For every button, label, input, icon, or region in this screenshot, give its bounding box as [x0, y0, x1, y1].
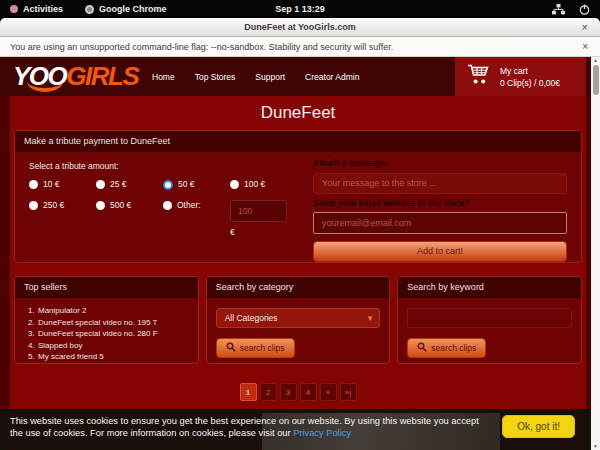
- site-header: YOOGIRLS Home Top Stores Support Creator…: [0, 57, 591, 96]
- search-keyword-panel: Search by keyword search clips: [397, 276, 582, 364]
- currency-label: €: [230, 227, 297, 237]
- window-close-button[interactable]: ×: [582, 21, 588, 33]
- scroll-up-icon[interactable]: ▲: [591, 57, 600, 64]
- amount-option-label: Other:: [177, 200, 201, 210]
- browser-viewport: YOOGIRLS Home Top Stores Support Creator…: [0, 57, 600, 450]
- amount-option-label: 100 €: [244, 179, 265, 189]
- top-seller-item[interactable]: Manipulator 2: [37, 305, 189, 317]
- page-button-3[interactable]: 3: [280, 383, 297, 401]
- warning-close-button[interactable]: ×: [582, 41, 588, 52]
- amount-option-25[interactable]: 25 €: [96, 179, 163, 190]
- radio-icon: [29, 201, 38, 210]
- cookie-accept-button[interactable]: Ok, got it!: [502, 415, 575, 438]
- search-keyword-title: Search by keyword: [398, 277, 581, 298]
- amount-option-label: 25 €: [110, 179, 127, 189]
- amount-option-100[interactable]: 100 €: [230, 179, 297, 190]
- nav-item-creator-admin[interactable]: Creator Admin: [305, 72, 359, 82]
- amount-option-label: 500 €: [110, 200, 131, 210]
- amount-option-250[interactable]: 250 €: [29, 200, 96, 237]
- radio-icon: [96, 201, 105, 210]
- search-clips-label: search clips: [431, 343, 476, 353]
- desktop: Activities Google Chrome Sep 1 13:29: [0, 0, 600, 450]
- cart-widget[interactable]: My cart 0 Clip(s) / 0,00€: [455, 57, 586, 96]
- amount-option-10[interactable]: 10 €: [29, 179, 96, 190]
- category-select-value: All Categories: [225, 313, 278, 323]
- pagination: 1 2 3 4 » »|: [10, 383, 586, 401]
- page-button-1[interactable]: 1: [240, 383, 257, 401]
- amount-option-label: 10 €: [43, 179, 60, 189]
- top-seller-item[interactable]: DuneFeet special video no. 280 F: [37, 328, 189, 340]
- other-amount-input[interactable]: [230, 200, 287, 222]
- network-icon[interactable]: [552, 4, 565, 15]
- keyword-input[interactable]: [407, 308, 572, 328]
- page-button-2[interactable]: 2: [260, 383, 277, 401]
- cart-title: My cart: [500, 65, 560, 77]
- radio-icon: [29, 180, 38, 189]
- search-icon: [417, 342, 427, 354]
- window-titlebar[interactable]: DuneFeet at YooGirls.com ×: [0, 18, 600, 37]
- clock[interactable]: Sep 1 13:29: [0, 4, 600, 14]
- warning-text: You are using an unsupported command-lin…: [10, 42, 393, 52]
- nav-item-top-stores[interactable]: Top Stores: [195, 72, 236, 82]
- chevron-down-icon: ▾: [368, 309, 373, 327]
- privacy-policy-link[interactable]: Privacy Policy: [293, 428, 351, 438]
- top-seller-item[interactable]: Slapped boy: [37, 340, 189, 352]
- logo-part-2: GIRLS: [66, 61, 138, 91]
- radio-icon: [230, 180, 239, 189]
- amount-option-500[interactable]: 500 €: [96, 200, 163, 237]
- main-nav: Home Top Stores Support Creator Admin: [152, 57, 359, 96]
- chrome-warning-bar: You are using an unsupported command-lin…: [0, 37, 600, 57]
- page-title: DuneFeet: [10, 96, 586, 127]
- email-label: Show your email address to the store?: [313, 198, 567, 208]
- message-label: Attach a message:: [313, 158, 567, 168]
- vertical-scrollbar[interactable]: ▲ ▼: [591, 57, 600, 450]
- top-seller-item[interactable]: DuneFeet special video no. 195 T: [37, 317, 189, 329]
- tribute-panel-title: Make a tribute payment to DuneFeet: [15, 131, 581, 152]
- cart-icon: [455, 63, 491, 90]
- search-category-title: Search by category: [207, 277, 390, 298]
- scrollbar-thumb[interactable]: [593, 65, 599, 95]
- top-sellers-list: Manipulator 2 DuneFeet special video no.…: [37, 305, 189, 363]
- search-clips-by-category-button[interactable]: search clips: [216, 338, 295, 358]
- email-input[interactable]: [313, 212, 567, 234]
- tribute-panel: Make a tribute payment to DuneFeet Selec…: [14, 130, 582, 263]
- nav-item-support[interactable]: Support: [255, 72, 285, 82]
- category-select[interactable]: All Categories ▾: [216, 308, 381, 328]
- add-to-cart-button[interactable]: Add to cart!: [313, 241, 567, 262]
- amount-label: Select a tribute amount:: [29, 161, 301, 171]
- power-icon[interactable]: [579, 4, 590, 15]
- cookie-text-line1: This website uses cookies to ensure you …: [10, 416, 449, 426]
- search-icon: [226, 342, 236, 354]
- amount-option-other[interactable]: Other:: [163, 200, 230, 237]
- search-category-panel: Search by category All Categories ▾: [206, 276, 391, 364]
- amount-option-label: 250 €: [43, 200, 64, 210]
- radio-icon: [163, 201, 172, 210]
- amount-option-label: 50 €: [178, 179, 195, 189]
- radio-checked-icon: [163, 180, 173, 190]
- page-button-4[interactable]: 4: [300, 383, 317, 401]
- page-button-next[interactable]: »: [320, 383, 337, 401]
- search-clips-label: search clips: [240, 343, 285, 353]
- page-content: DuneFeet Make a tribute payment to DuneF…: [10, 96, 586, 450]
- page-button-last[interactable]: »|: [340, 383, 357, 401]
- search-clips-by-keyword-button[interactable]: search clips: [407, 338, 486, 358]
- top-sellers-title: Top sellers: [15, 277, 198, 298]
- cart-summary: 0 Clip(s) / 0,00€: [500, 77, 560, 89]
- amount-option-50-selected[interactable]: 50 €: [163, 179, 230, 190]
- message-input[interactable]: [313, 173, 567, 194]
- gnome-top-bar: Activities Google Chrome Sep 1 13:29: [0, 0, 600, 18]
- cookie-message: This website uses cookies to ensure you …: [10, 415, 485, 439]
- nav-item-home[interactable]: Home: [152, 72, 175, 82]
- scroll-down-icon[interactable]: ▼: [591, 443, 600, 450]
- radio-icon: [96, 180, 105, 189]
- window-title: DuneFeet at YooGirls.com: [244, 22, 356, 32]
- bottom-panels: Top sellers Manipulator 2 DuneFeet speci…: [14, 276, 582, 364]
- amount-options: 10 € 25 € 50 €: [29, 179, 301, 237]
- top-sellers-panel: Top sellers Manipulator 2 DuneFeet speci…: [14, 276, 199, 364]
- top-seller-item[interactable]: My scared friend 5: [37, 351, 189, 363]
- cookie-consent-bar: This website uses cookies to ensure you …: [0, 409, 591, 450]
